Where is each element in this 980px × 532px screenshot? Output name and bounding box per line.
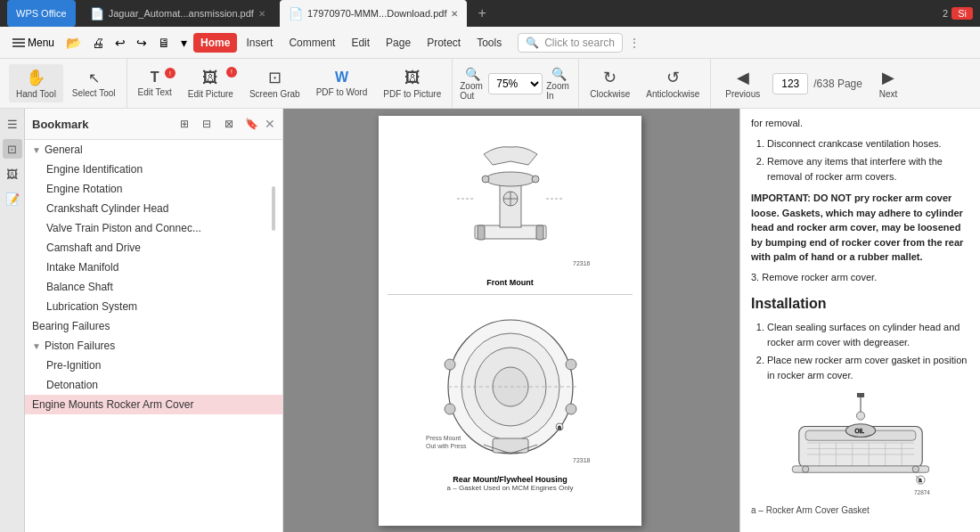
hamburger-icon [12, 37, 25, 49]
open-icon[interactable]: 📂 [61, 34, 86, 52]
thumbnails-icon[interactable]: ⊡ [3, 139, 22, 159]
tab-active[interactable]: 📄 17970970-MMM...Download.pdf ✕ [280, 0, 468, 27]
rear-mount-figure: a Press Mount Out with Press 72318 Rear … [379, 302, 641, 492]
menu-edit[interactable]: Edit [344, 33, 377, 53]
dropdown-icon[interactable]: ▾ [176, 34, 192, 52]
redo-icon[interactable]: ↪ [132, 34, 151, 52]
new-tab-button[interactable]: + [472, 5, 491, 21]
annotations-icon[interactable]: 🖼 [3, 164, 22, 184]
front-mount-figure: 72316 Front Mount [379, 123, 641, 287]
undo-icon[interactable]: ↩ [110, 34, 130, 52]
screen-grab-button[interactable]: ⊡ Screen Grab [242, 64, 307, 102]
page-nav-group: ◀ Previous /638 Page ▶ Next [711, 59, 916, 108]
bm-add-button[interactable]: 🔖 [241, 114, 261, 134]
main-layout: ☰ ⊡ 🖼 📝 Bookmark ⊞ ⊟ ⊠ 🔖 ✕ ▼ General Eng… [0, 109, 980, 532]
bm-item-bearing[interactable]: Bearing Failures [25, 316, 282, 336]
bm-item-crankshaft[interactable]: Crankshaft Cylinder Head [25, 199, 282, 218]
fig-caption: a – Rocker Arm Cover Gasket [751, 503, 969, 517]
pdf-to-picture-button[interactable]: 🖼 PDF to Picture [376, 65, 448, 102]
pdf-to-word-button[interactable]: W PDF to Word [309, 66, 375, 101]
removal-text: for removal. [751, 116, 969, 131]
bm-item-general[interactable]: ▼ General [25, 140, 282, 160]
bookmark-scroll-area[interactable]: ▼ General Engine Identification Engine R… [25, 140, 282, 532]
edit-tools-group: ! T Edit Text ! 🖼 Edit Picture ⊡ Screen … [127, 59, 453, 108]
zoom-in-button[interactable]: 🔍 Zoom In [546, 71, 571, 96]
nav-tools-group: ✋ Hand Tool ↖ Select Tool [5, 59, 127, 108]
clockwise-button[interactable]: ↻ Clockwise [583, 64, 637, 102]
bookmark-close-button[interactable]: ✕ [265, 117, 275, 131]
more-options-icon[interactable]: ⋮ [625, 36, 644, 50]
bm-item-camshaft[interactable]: Camshaft and Drive [25, 238, 282, 258]
bm-intake-label: Intake Manifold [46, 261, 118, 274]
page-input[interactable] [772, 73, 808, 94]
bm-item-lubrication[interactable]: Lubrication System [25, 297, 282, 316]
bm-item-engine-mounts[interactable]: Engine Mounts Rocker Arm Cover [25, 395, 282, 414]
tab-label-active: 17970970-MMM...Download.pdf [307, 8, 447, 19]
next-button[interactable]: ▶ Next [868, 64, 909, 102]
chevron-down-icon: ▼ [32, 145, 41, 155]
scrollbar-indicator [272, 186, 275, 231]
anticlockwise-button[interactable]: ↺ Anticlockwise [639, 64, 706, 102]
zoom-select[interactable]: 25% 50% 75% 100% 125% [488, 73, 543, 94]
edit-picture-button[interactable]: ! 🖼 Edit Picture [181, 65, 241, 102]
edit-text-button[interactable]: ! T Edit Text [131, 66, 179, 101]
removal-steps: Disconnect crankcase ventilation hoses. … [751, 136, 969, 184]
bm-crankshaft-label: Crankshaft Cylinder Head [46, 202, 168, 215]
bm-valve-train-label: Valve Train Piston and Connec... [46, 222, 201, 234]
tab-close-active[interactable]: ✕ [451, 9, 458, 19]
clockwise-label: Clockwise [590, 89, 630, 99]
bm-item-engine-rotation[interactable]: Engine Rotation [25, 179, 282, 199]
search-icon: 🔍 [526, 37, 539, 49]
bm-engine-mounts-label: Engine Mounts Rocker Arm Cover [32, 398, 193, 411]
bm-pre-ignition-label: Pre-Ignition [46, 359, 101, 372]
bm-lubrication-label: Lubrication System [46, 300, 137, 313]
svg-text:Press Mount: Press Mount [426, 435, 461, 441]
svg-point-44 [802, 466, 808, 472]
menu-tools[interactable]: Tools [470, 33, 509, 53]
menu-home[interactable]: Home [193, 33, 237, 53]
next-label: Next [879, 89, 898, 99]
search-box[interactable]: 🔍 Click to search [518, 33, 623, 53]
title-right: 2 Si [943, 7, 973, 20]
bm-item-detonation[interactable]: Detonation [25, 375, 282, 395]
bm-expand-button[interactable]: ⊞ [175, 114, 194, 134]
removal-step-3: 3. Remove rocker arm cover. [751, 270, 969, 285]
menu-protect[interactable]: Protect [420, 33, 468, 53]
menu-page[interactable]: Page [379, 33, 418, 53]
bm-item-pre-ignition[interactable]: Pre-Ignition [25, 356, 282, 375]
zoom-out-button[interactable]: 🔍 Zoom Out [460, 71, 485, 96]
menu-hamburger[interactable]: Menu [7, 33, 60, 53]
print-icon[interactable]: 🖨 [87, 34, 109, 52]
pdf-to-picture-label: PDF to Picture [383, 89, 441, 99]
pdf-to-word-label: PDF to Word [316, 87, 368, 97]
previous-button[interactable]: ◀ Previous [718, 64, 767, 102]
svg-point-29 [856, 412, 864, 420]
bm-item-engine-id[interactable]: Engine Identification [25, 160, 282, 179]
pdf-to-word-icon: W [335, 70, 348, 86]
pdf-area[interactable]: 72316 Front Mount [283, 109, 739, 532]
select-tool-button[interactable]: ↖ Select Tool [65, 66, 123, 102]
bookmark-panel-icon[interactable]: ☰ [3, 114, 22, 134]
anticlockwise-label: Anticlockwise [646, 89, 699, 99]
bm-item-piston[interactable]: ▼ Piston Failures [25, 336, 282, 356]
svg-text:72874: 72874 [914, 489, 930, 495]
screen-icon[interactable]: 🖥 [153, 34, 175, 52]
menu-comment[interactable]: Comment [282, 33, 342, 53]
pdf-divider [641, 109, 644, 532]
screen-grab-icon: ⊡ [268, 68, 282, 87]
search-panel-icon[interactable]: 📝 [3, 189, 22, 209]
page-total: /638 Page [813, 78, 862, 90]
menu-insert[interactable]: Insert [239, 33, 280, 53]
bm-item-balance[interactable]: Balance Shaft [25, 277, 282, 297]
sign-button[interactable]: Si [951, 7, 973, 20]
bm-piston-label: Piston Failures [45, 340, 115, 352]
bm-collapse-button[interactable]: ⊟ [197, 114, 216, 134]
bookmark-toolbar: ⊞ ⊟ ⊠ 🔖 [175, 114, 261, 134]
hand-tool-button[interactable]: ✋ Hand Tool [9, 64, 63, 102]
bm-item-intake[interactable]: Intake Manifold [25, 258, 282, 277]
bm-view-button[interactable]: ⊠ [219, 114, 239, 134]
tab-close[interactable]: ✕ [258, 9, 265, 19]
wps-tab[interactable]: WPS Office [7, 0, 76, 27]
tab-jaguar[interactable]: 📄 Jaguar_Automat...ansmission.pdf ✕ [81, 0, 274, 27]
bm-item-valve-train[interactable]: Valve Train Piston and Connec... [25, 218, 282, 238]
